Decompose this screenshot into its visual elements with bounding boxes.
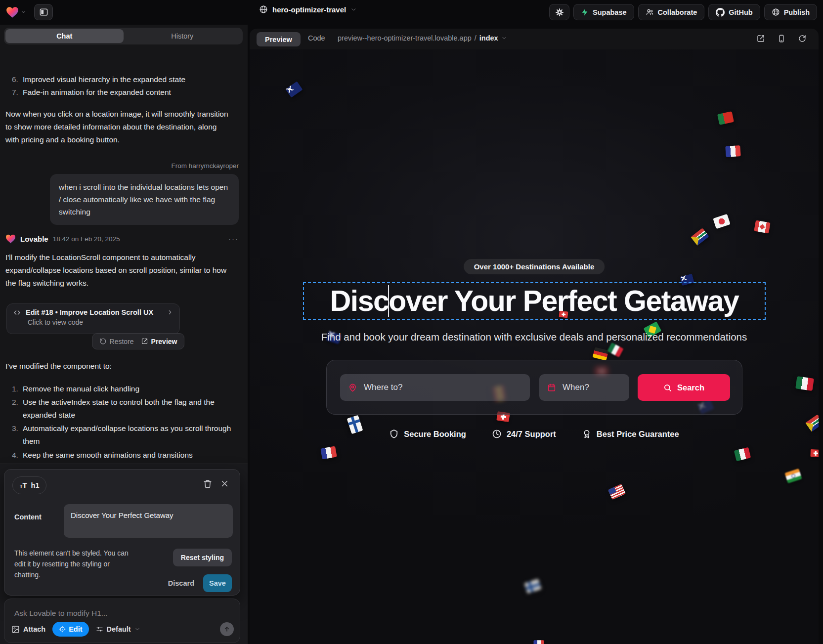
preview-url[interactable]: preview--hero-optimizer-travel.lovable.a…: [338, 34, 507, 42]
flag-us-icon: [608, 484, 626, 500]
lovable-app: hero-optimizer-travel: [0, 0, 823, 644]
flag-fr-icon: [320, 446, 337, 460]
toggle-sidebar-button[interactable]: [34, 4, 53, 20]
edit-version-card[interactable]: Edit #18 • Improve Location Scroll UX Cl…: [6, 303, 180, 334]
lovable-heart-icon: [6, 6, 19, 18]
message-menu-button[interactable]: ···: [228, 235, 239, 243]
content-textarea[interactable]: Discover Your Perfect Getaway: [64, 504, 233, 538]
assistant-paragraph: I'll modify the LocationScroll component…: [5, 251, 229, 290]
external-link-icon: [141, 338, 148, 345]
element-tag-label: h1: [31, 481, 40, 489]
chevron-down-icon: [134, 626, 140, 632]
assistant-message-header: Lovable 18:42 on Feb 20, 2025 ···: [5, 234, 239, 244]
clock-icon: [492, 429, 502, 439]
flag-de-icon: [593, 347, 609, 360]
flag-au-icon: [285, 81, 303, 97]
preview-toolbar: Preview Code preview--hero-optimizer-tra…: [250, 29, 819, 49]
chat-composer[interactable]: Ask Lovable to modify H1... Attach Edit: [4, 599, 240, 643]
close-editor-button[interactable]: [220, 479, 229, 488]
element-tag-chip[interactable]: тT h1: [12, 476, 46, 494]
url-page: index: [479, 34, 498, 42]
flag-jp-icon: [713, 214, 730, 229]
restore-preview-pill: Restore Preview: [92, 333, 184, 349]
project-switcher[interactable]: hero-optimizer-travel: [259, 5, 357, 14]
attach-button[interactable]: Attach: [11, 625, 45, 634]
github-button[interactable]: GitHub: [708, 4, 760, 20]
url-chevron-down-icon: [501, 35, 507, 41]
flag-ch-icon: [810, 449, 819, 457]
lovable-logo-menu[interactable]: [6, 6, 26, 18]
refresh-button[interactable]: [798, 34, 807, 43]
tab-code[interactable]: Code: [308, 34, 325, 42]
settings-button[interactable]: [549, 4, 569, 20]
mode-selector[interactable]: Default: [96, 625, 140, 633]
save-button[interactable]: Save: [203, 574, 232, 592]
reset-styling-button[interactable]: Reset styling: [173, 549, 232, 566]
search-button[interactable]: Search: [638, 374, 730, 401]
hero-heading[interactable]: Discover Your Perfect Getaway: [304, 284, 765, 318]
mobile-view-button[interactable]: [777, 34, 786, 43]
sliders-icon: [96, 626, 103, 633]
flag-fr-icon: [725, 145, 740, 157]
github-label: GitHub: [729, 8, 752, 16]
assistant-paragraph: I've modified the component to:: [5, 360, 229, 373]
list-item: 3.Automatically expand/collapse location…: [0, 422, 232, 448]
logo-chevron-down-icon: [21, 9, 26, 15]
shield-icon: [389, 429, 399, 439]
supabase-bolt-icon: [581, 8, 589, 16]
composer-input[interactable]: Ask Lovable to modify H1...: [14, 609, 108, 618]
publish-globe-icon: [772, 8, 780, 16]
message-timestamp: 18:42 on Feb 20, 2025: [53, 235, 120, 243]
chat-sidebar: Chat History 6.Improved visual hierarchy…: [0, 25, 248, 644]
flag-ca-icon: [754, 220, 770, 234]
restore-button[interactable]: Restore: [99, 338, 134, 345]
user-message-bubble: when i scroll into the individual locati…: [50, 174, 239, 225]
collaborate-button[interactable]: Collaborate: [638, 4, 705, 20]
gear-icon: [555, 8, 564, 17]
restore-icon: [99, 338, 107, 345]
send-button[interactable]: [220, 622, 234, 636]
preview-panel: Preview Code preview--hero-optimizer-tra…: [250, 29, 819, 644]
content-label: Content: [14, 513, 42, 521]
edit-mode-button[interactable]: Edit: [52, 622, 88, 637]
collaborate-users-icon: [646, 8, 654, 16]
list-item: 6.Improved visual hierarchy in the expan…: [0, 73, 232, 86]
assistant-name: Lovable: [20, 235, 48, 243]
open-in-new-tab-button[interactable]: [756, 34, 765, 43]
preview-viewport[interactable]: Over 1000+ Destinations Available Discov…: [250, 49, 819, 644]
element-editor-overlay: тT h1 Content Discover Your Perfect Geta…: [0, 464, 248, 644]
supabase-label: Supabase: [593, 8, 627, 16]
code-icon: [13, 309, 21, 316]
where-to-input[interactable]: Where to?: [340, 374, 530, 401]
edit-card-subtitle: Click to view code: [28, 318, 173, 326]
tab-preview[interactable]: Preview: [257, 32, 301, 46]
chevron-right-icon: [167, 309, 173, 316]
discard-button[interactable]: Discard: [168, 579, 194, 587]
search-icon: [663, 384, 672, 392]
project-chevron-down-icon: [350, 6, 357, 13]
flag-mx-icon: [607, 343, 623, 357]
project-name: hero-optimizer-travel: [272, 5, 346, 14]
supabase-button[interactable]: Supabase: [573, 4, 634, 20]
flag-mx-icon: [795, 376, 814, 391]
sidebar-tabs: Chat History: [4, 28, 243, 44]
publish-button[interactable]: Publish: [764, 4, 817, 20]
map-pin-icon: [348, 383, 357, 392]
when-input[interactable]: When?: [539, 374, 629, 401]
publish-label: Publish: [784, 8, 810, 16]
tab-history[interactable]: History: [124, 29, 242, 43]
feature-secure-booking: Secure Booking: [389, 429, 466, 439]
list-item: 7.Fade-in animation for the expanded con…: [0, 86, 232, 99]
styling-note: This element can't be styled. You can ed…: [14, 548, 129, 580]
crosshair-icon: [59, 626, 66, 633]
hero-subtitle: Find and book your dream destination wit…: [250, 331, 819, 343]
preview-button[interactable]: Preview: [141, 338, 177, 345]
tab-chat[interactable]: Chat: [5, 29, 124, 43]
list-item: 1.Remove the manual click handling: [0, 383, 232, 395]
feature-row: Secure Booking 24/7 Support Best Price G…: [250, 429, 819, 439]
image-attach-icon: [11, 625, 20, 634]
flag-fi-icon: [524, 579, 541, 594]
h1-selection-outline[interactable]: Discover Your Perfect Getaway: [303, 282, 766, 320]
flag-za-icon: [691, 228, 709, 246]
delete-element-button[interactable]: [203, 479, 212, 488]
